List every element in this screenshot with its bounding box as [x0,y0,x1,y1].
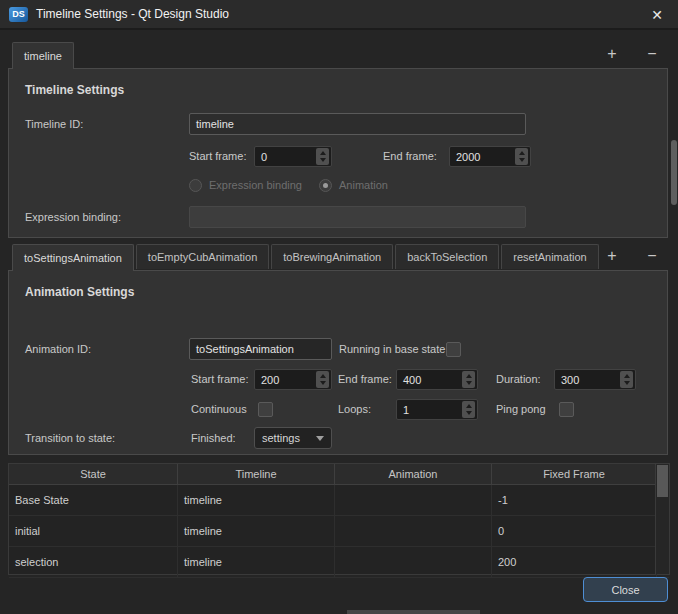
spinner-buttons[interactable] [462,401,475,418]
column-header-fixed-frame[interactable]: Fixed Frame [492,464,657,485]
finished-label: Finished: [191,427,236,449]
cell-timeline: timeline [178,516,335,546]
expression-binding-radio[interactable]: Expression binding [189,177,302,193]
ping-pong-checkbox[interactable] [559,402,574,417]
cell-state: selection [9,547,178,577]
spin-up-icon[interactable] [519,151,525,155]
table-scrollbar[interactable] [655,464,669,574]
spinner-buttons[interactable] [316,371,329,388]
column-header-state[interactable]: State [9,464,178,485]
tab-resetAnimation[interactable]: resetAnimation [501,244,598,269]
spinner-buttons[interactable] [620,371,633,388]
remove-timeline-button[interactable]: − [641,44,663,64]
tab-backToSelection[interactable]: backToSelection [395,244,499,269]
add-timeline-button[interactable]: + [601,44,623,64]
tab-timeline[interactable]: timeline [12,42,74,69]
end-frame-spinbox[interactable]: 2000 [449,146,531,167]
add-animation-button[interactable]: + [601,246,623,266]
spinner-buttons[interactable] [515,148,528,165]
spin-down-icon[interactable] [519,158,525,162]
cell-fixed-frame: 200 [492,547,657,577]
table-header-row: State Timeline Animation Fixed Frame [9,464,669,485]
spin-down-icon[interactable] [624,381,630,385]
cell-state: Base State [9,485,178,515]
tab-toEmptyCubAnimation[interactable]: toEmptyCubAnimation [136,244,269,269]
radio-icon[interactable] [189,179,202,192]
loops-spinbox[interactable]: 1 [396,399,478,420]
timeline-settings-dialog: DS Timeline Settings - Qt Design Studio … [0,0,678,614]
spin-down-icon[interactable] [320,381,326,385]
loops-value: 1 [397,404,462,416]
running-in-base-state-label: Running in base state [339,338,445,360]
running-in-base-state-checkbox[interactable] [446,342,461,357]
window-horizontal-scrollbar-thumb[interactable] [347,610,480,614]
duration-spinbox[interactable]: 300 [554,369,636,390]
timeline-id-label: Timeline ID: [25,113,83,135]
loops-label: Loops: [338,398,371,420]
start-frame-value: 0 [255,151,316,163]
table-row[interactable]: initial timeline 0 [9,516,669,547]
spin-up-icon[interactable] [624,374,630,378]
cell-fixed-frame: -1 [492,485,657,515]
chevron-down-icon [316,436,324,441]
cell-animation [335,516,492,546]
start-frame-spinbox[interactable]: 0 [254,146,332,167]
cell-animation [335,547,492,577]
window-vertical-scrollbar-thumb[interactable] [671,140,677,205]
continuous-checkbox[interactable] [258,402,273,417]
animation-id-label: Animation ID: [25,338,91,360]
animation-settings-title: Animation Settings [25,285,134,299]
animation-tabbar: toSettingsAnimation toEmptyCubAnimation … [12,244,601,271]
table-row[interactable]: selection timeline 200 [9,547,669,578]
states-table: State Timeline Animation Fixed Frame Bas… [8,463,670,575]
animation-settings-panel: Animation Settings Animation ID: toSetti… [8,270,668,455]
transition-to-state-label: Transition to state: [25,427,115,449]
cell-fixed-frame: 0 [492,516,657,546]
close-button[interactable]: Close [583,577,668,602]
cell-animation [335,485,492,515]
table-row[interactable]: Base State timeline -1 [9,485,669,516]
window-title: Timeline Settings - Qt Design Studio [36,7,229,21]
duration-label: Duration: [496,368,541,390]
animation-radio-label: Animation [339,174,388,196]
expression-binding-input[interactable] [189,206,526,228]
radio-checked-icon[interactable] [319,179,332,192]
window-close-button[interactable]: ✕ [646,4,668,26]
spinner-buttons[interactable] [462,371,475,388]
timeline-settings-panel: Timeline Settings Timeline ID: timeline … [8,68,668,238]
anim-start-frame-spinbox[interactable]: 200 [254,369,332,390]
timeline-id-input[interactable]: timeline [189,113,526,135]
ping-pong-label: Ping pong [496,398,546,420]
app-logo-icon: DS [9,7,28,22]
spin-down-icon[interactable] [466,411,472,415]
expression-binding-radio-label: Expression binding [209,174,302,196]
spin-up-icon[interactable] [320,374,326,378]
column-header-animation[interactable]: Animation [335,464,492,485]
column-header-timeline[interactable]: Timeline [178,464,335,485]
cell-timeline: timeline [178,547,335,577]
spin-down-icon[interactable] [320,158,326,162]
spin-up-icon[interactable] [466,404,472,408]
spinner-buttons[interactable] [316,148,329,165]
animation-id-input[interactable]: toSettingsAnimation [189,338,332,360]
animation-radio[interactable]: Animation [319,177,388,193]
end-frame-label: End frame: [383,145,437,167]
remove-animation-button[interactable]: − [641,246,663,266]
spin-up-icon[interactable] [466,374,472,378]
spin-down-icon[interactable] [466,381,472,385]
start-frame-label: Start frame: [189,145,246,167]
anim-end-frame-spinbox[interactable]: 400 [396,369,478,390]
tab-toBrewingAnimation[interactable]: toBrewingAnimation [271,244,393,269]
finished-state-value: settings [255,432,316,444]
finished-state-dropdown[interactable]: settings [254,427,332,449]
anim-start-frame-label: Start frame: [191,368,248,390]
spin-up-icon[interactable] [320,151,326,155]
timeline-settings-title: Timeline Settings [25,83,124,97]
timeline-tabbar: timeline [12,42,76,69]
cell-timeline: timeline [178,485,335,515]
tab-toSettingsAnimation[interactable]: toSettingsAnimation [12,244,134,271]
table-scrollbar-thumb[interactable] [657,465,668,497]
titlebar: DS Timeline Settings - Qt Design Studio … [0,0,678,30]
duration-value: 300 [555,374,620,386]
anim-end-frame-value: 400 [397,374,462,386]
